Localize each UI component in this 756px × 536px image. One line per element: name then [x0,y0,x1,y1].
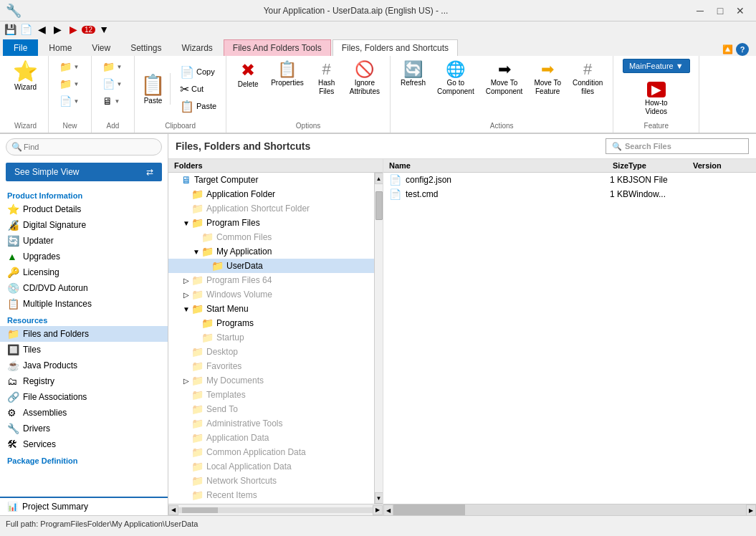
folder-item-target-computer[interactable]: 🖥 Target Computer [168,173,374,187]
tab-files-folders-shortcuts[interactable]: Files, Folders and Shortcuts [332,39,458,56]
folder-item-programs[interactable]: 📁 Programs [168,316,374,330]
add-btn-3[interactable]: 🖥▼ [99,93,128,109]
vscroll-down[interactable]: ▼ [375,492,383,504]
add-btn-2[interactable]: 📄▼ [99,76,128,92]
file-hscroll[interactable]: ◀ ▶ [383,504,756,515]
ribbon-collapse-icon[interactable]: 🔼 [722,44,733,54]
folder-item-local-app-data[interactable]: 📁 Local Application Data [168,459,374,474]
folder-item-program-files[interactable]: ▼ 📁 Program Files [168,216,374,230]
vscroll-track[interactable] [375,184,383,492]
file-hscroll-left[interactable]: ◀ [383,504,393,515]
hscroll-right[interactable]: ▶ [373,505,383,515]
qa-icon-save[interactable]: 💾 [3,22,17,37]
tab-files-folders-tools[interactable]: Files And Folders Tools [224,39,331,56]
project-summary-item[interactable]: 📊 Project Summary [0,498,168,515]
hscroll-left[interactable]: ◀ [168,505,178,515]
tab-home[interactable]: Home [39,39,81,56]
vscroll-thumb[interactable] [375,191,383,220]
folder-item-desktop[interactable]: 📁 Desktop [168,345,374,359]
sidebar-item-java[interactable]: ☕ Java Products [0,358,168,373]
simple-view-button[interactable]: See Simple View ⇄ [6,163,162,181]
folder-vscroll[interactable]: ▲ ▼ [374,173,383,504]
folder-item-recent-items[interactable]: 📁 Recent Items [168,488,374,502]
new-btn-3[interactable]: 📄▼ [56,93,85,109]
folder-item-pf64[interactable]: ▷ 📁 Program Files 64 [168,273,374,287]
services-label: Services [23,439,56,449]
sidebar-item-multiple-instances[interactable]: 📋 Multiple Instances [0,296,168,312]
minimize-button[interactable]: ─ [690,1,710,21]
folder-item-userdata[interactable]: 📁 UserData [168,259,374,273]
folder-hscroll[interactable]: ◀ ▶ [168,504,383,515]
qa-dropdown[interactable]: ▼ [97,22,111,37]
qa-icon-forward[interactable]: ▶ [50,22,64,37]
wizard-button[interactable]: ⭐ Wizard [9,59,42,95]
sidebar-item-digital-sig[interactable]: 🔏 Digital Signature [0,217,168,233]
add-btn-1[interactable]: 📁▼ [99,59,128,75]
new-btn-1[interactable]: 📁▼ [56,59,85,75]
sidebar-item-licensing[interactable]: 🔑 Licensing [0,264,168,280]
goto-component-button[interactable]: 🌐 Go toComponent [433,59,479,99]
folder-item-app-shortcut[interactable]: 📁 Application Shortcut Folder [168,201,374,216]
tab-settings[interactable]: Settings [121,39,171,56]
sidebar-item-files-folders[interactable]: 📁 Files and Folders [0,326,168,342]
folder-item-sendto[interactable]: 📁 Send To [168,402,374,416]
hscroll-thumb[interactable] [182,507,218,513]
folder-item-my-docs[interactable]: ▷ 📁 My Documents [168,373,374,388]
sidebar-item-upgrades[interactable]: ▲ Upgrades [0,249,168,264]
sidebar-item-assemblies[interactable]: ⚙ Assemblies [0,405,168,421]
feature-dropdown[interactable]: MainFeature ▼ [623,59,690,73]
sidebar-item-cdautorun[interactable]: 💿 CD/DVD Autorun [0,280,168,296]
sidebar-item-updater[interactable]: 🔄 Updater [0,233,168,249]
folder-item-admin-tools[interactable]: 📁 Administrative Tools [168,416,374,431]
hscroll-track[interactable] [178,507,373,513]
copy-button[interactable]: 📄 Copy [176,64,220,80]
folder-item-templates[interactable]: 📁 Templates [168,388,374,402]
delete-button[interactable]: ✖ Delete [232,59,264,92]
file-hscroll-thumb[interactable] [393,504,465,515]
folder-item-startup[interactable]: 📁 Startup [168,330,374,345]
folder-item-win-vol[interactable]: ▷ 📁 Windows Volume [168,287,374,302]
search-input[interactable] [6,138,162,155]
qa-icon-run[interactable]: ▶ [66,22,80,37]
qa-icon-back[interactable]: ◀ [34,22,49,37]
file-hscroll-right[interactable]: ▶ [746,504,756,515]
folder-item-app-data[interactable]: 📁 Application Data [168,431,374,445]
sidebar-item-drivers[interactable]: 🔧 Drivers [0,421,168,436]
folder-item-start-menu[interactable]: ▼ 📁 Start Menu [168,302,374,316]
folder-item-common-app-data[interactable]: 📁 Common Application Data [168,445,374,459]
search-files-box[interactable]: 🔍 Search Files [606,138,749,154]
move-to-feature-button[interactable]: ➡ Move ToFeature [530,59,565,99]
qa-icon-new[interactable]: 📄 [19,22,33,37]
folder-item-common-files[interactable]: 📁 Common Files [168,230,374,244]
file-item-config2[interactable]: 📄 config2.json 1 KB JSON File [383,173,756,187]
sidebar-item-tiles[interactable]: 🔲 Tiles [0,342,168,358]
hash-files-button[interactable]: # HashFiles [311,59,343,99]
paste-icon[interactable]: 📋 [140,73,166,97]
folder-item-net-shortcuts[interactable]: 📁 Network Shortcuts [168,474,374,488]
howto-button[interactable]: ▶ How-toVideos [641,79,672,119]
maximize-button[interactable]: □ [710,1,730,21]
tab-view[interactable]: View [82,39,120,56]
sidebar-item-product-details[interactable]: ⭐ Product Details [0,201,168,217]
tab-wizards[interactable]: Wizards [173,39,222,56]
condition-files-button[interactable]: # Conditionfiles [568,59,607,99]
clipboard-paste-small[interactable]: 📋 Paste [176,98,220,114]
tab-file[interactable]: File [3,39,38,56]
close-button[interactable]: ✕ [730,1,750,21]
cut-button[interactable]: ✂ Cut [176,81,220,97]
sidebar-item-registry[interactable]: 🗂 Registry [0,373,168,389]
file-item-testcmd[interactable]: 📄 test.cmd 1 KB Window... [383,187,756,201]
refresh-button[interactable]: 🔄 Refresh [396,59,430,90]
folder-item-favorites[interactable]: 📁 Favorites [168,359,374,373]
sidebar-item-file-assoc[interactable]: 🔗 File Associations [0,389,168,405]
file-hscroll-track[interactable] [393,504,746,515]
new-btn-2[interactable]: 📁▼ [56,76,85,92]
vscroll-up[interactable]: ▲ [375,173,383,184]
sidebar-item-services[interactable]: 🛠 Services [0,436,168,452]
properties-button[interactable]: 📋 Properties [267,59,308,90]
move-to-component-button[interactable]: ➡ Move ToComponent [482,59,527,99]
folder-item-my-app[interactable]: ▼ 📁 My Application [168,244,374,259]
ignore-attributes-button[interactable]: 🚫 IgnoreAttributes [345,59,384,99]
folder-item-app-folder[interactable]: 📁 Application Folder [168,187,374,201]
help-icon[interactable]: ? [736,43,749,56]
